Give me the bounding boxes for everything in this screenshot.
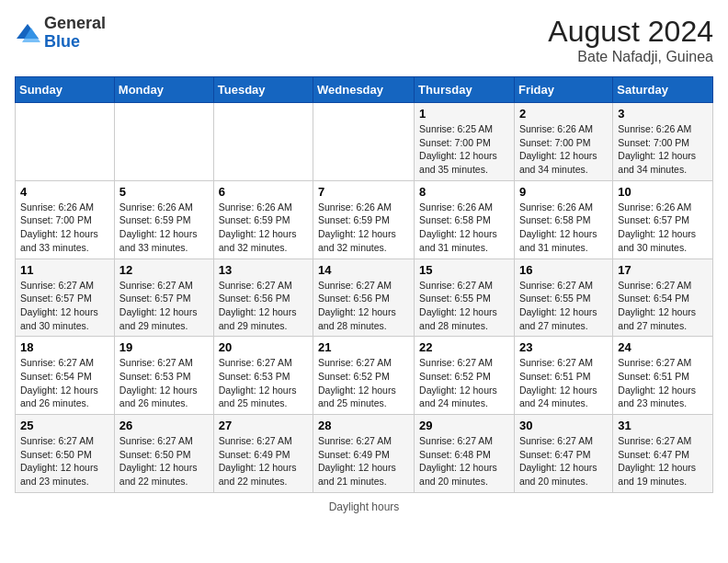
day-header-saturday: Saturday (613, 77, 713, 103)
cell-content: Sunrise: 6:27 AM Sunset: 6:56 PM Dayligh… (318, 280, 396, 331)
calendar-cell: 4Sunrise: 6:26 AM Sunset: 7:00 PM Daylig… (16, 180, 115, 259)
calendar-cell: 28Sunrise: 6:27 AM Sunset: 6:49 PM Dayli… (313, 415, 415, 493)
day-number: 13 (219, 263, 308, 277)
cell-content: Sunrise: 6:26 AM Sunset: 6:59 PM Dayligh… (119, 201, 198, 253)
calendar-cell: 10Sunrise: 6:26 AM Sunset: 6:57 PM Dayli… (613, 180, 713, 259)
title-block: August 2024 Bate Nafadji, Guinea (548, 15, 713, 65)
month-year: August 2024 (548, 15, 713, 49)
calendar-cell: 12Sunrise: 6:27 AM Sunset: 6:57 PM Dayli… (114, 259, 213, 337)
calendar-cell (213, 103, 313, 181)
cell-content: Sunrise: 6:27 AM Sunset: 6:49 PM Dayligh… (219, 435, 297, 487)
cell-content: Sunrise: 6:26 AM Sunset: 7:00 PM Dayligh… (20, 201, 98, 253)
day-number: 5 (119, 185, 209, 199)
day-number: 19 (119, 340, 209, 354)
day-number: 2 (519, 107, 608, 121)
cell-content: Sunrise: 6:25 AM Sunset: 7:00 PM Dayligh… (419, 123, 497, 175)
calendar-cell: 6Sunrise: 6:26 AM Sunset: 6:59 PM Daylig… (213, 180, 313, 259)
day-number: 23 (519, 340, 608, 354)
cell-content: Sunrise: 6:26 AM Sunset: 6:59 PM Dayligh… (318, 201, 396, 253)
day-number: 21 (318, 340, 409, 354)
day-number: 27 (219, 419, 308, 432)
week-row-1: 1Sunrise: 6:25 AM Sunset: 7:00 PM Daylig… (16, 103, 713, 181)
calendar-cell: 2Sunrise: 6:26 AM Sunset: 7:00 PM Daylig… (514, 103, 612, 181)
week-row-5: 25Sunrise: 6:27 AM Sunset: 6:50 PM Dayli… (16, 415, 713, 493)
calendar-cell (114, 103, 213, 181)
calendar-cell: 8Sunrise: 6:26 AM Sunset: 6:58 PM Daylig… (415, 180, 515, 259)
calendar-cell: 5Sunrise: 6:26 AM Sunset: 6:59 PM Daylig… (114, 180, 213, 259)
logo-icon (15, 20, 40, 46)
day-header-thursday: Thursday (415, 77, 515, 103)
cell-content: Sunrise: 6:26 AM Sunset: 6:58 PM Dayligh… (419, 201, 497, 253)
day-number: 16 (519, 263, 608, 277)
day-number: 3 (618, 107, 708, 121)
cell-content: Sunrise: 6:27 AM Sunset: 6:53 PM Dayligh… (219, 357, 297, 408)
cell-content: Sunrise: 6:27 AM Sunset: 6:49 PM Dayligh… (318, 435, 396, 487)
day-number: 31 (618, 419, 708, 432)
calendar-cell: 9Sunrise: 6:26 AM Sunset: 6:58 PM Daylig… (514, 180, 612, 259)
cell-content: Sunrise: 6:27 AM Sunset: 6:55 PM Dayligh… (419, 280, 497, 331)
cell-content: Sunrise: 6:27 AM Sunset: 6:51 PM Dayligh… (618, 357, 696, 408)
day-number: 8 (419, 185, 509, 199)
cell-content: Sunrise: 6:27 AM Sunset: 6:52 PM Dayligh… (419, 357, 497, 408)
cell-content: Sunrise: 6:27 AM Sunset: 6:47 PM Dayligh… (519, 435, 597, 487)
calendar-cell: 24Sunrise: 6:27 AM Sunset: 6:51 PM Dayli… (613, 337, 713, 415)
header-row: SundayMondayTuesdayWednesdayThursdayFrid… (16, 77, 713, 103)
day-number: 15 (419, 263, 509, 277)
calendar-cell: 18Sunrise: 6:27 AM Sunset: 6:54 PM Dayli… (16, 337, 115, 415)
calendar-cell: 17Sunrise: 6:27 AM Sunset: 6:54 PM Dayli… (613, 259, 713, 337)
calendar-cell: 19Sunrise: 6:27 AM Sunset: 6:53 PM Dayli… (114, 337, 213, 415)
calendar-cell: 14Sunrise: 6:27 AM Sunset: 6:56 PM Dayli… (313, 259, 415, 337)
day-number: 6 (219, 185, 308, 199)
cell-content: Sunrise: 6:27 AM Sunset: 6:54 PM Dayligh… (20, 357, 98, 408)
day-number: 12 (119, 263, 209, 277)
cell-content: Sunrise: 6:27 AM Sunset: 6:47 PM Dayligh… (618, 435, 696, 487)
calendar-cell: 26Sunrise: 6:27 AM Sunset: 6:50 PM Dayli… (114, 415, 213, 493)
day-number: 26 (119, 419, 209, 432)
day-number: 25 (20, 419, 109, 432)
footer: Daylight hours (15, 500, 713, 513)
week-row-2: 4Sunrise: 6:26 AM Sunset: 7:00 PM Daylig… (16, 180, 713, 259)
cell-content: Sunrise: 6:27 AM Sunset: 6:48 PM Dayligh… (419, 435, 497, 487)
cell-content: Sunrise: 6:27 AM Sunset: 6:57 PM Dayligh… (20, 280, 98, 331)
location: Bate Nafadji, Guinea (548, 49, 713, 65)
calendar-cell: 23Sunrise: 6:27 AM Sunset: 6:51 PM Dayli… (514, 337, 612, 415)
week-row-3: 11Sunrise: 6:27 AM Sunset: 6:57 PM Dayli… (16, 259, 713, 337)
day-number: 18 (20, 340, 109, 354)
calendar-cell: 15Sunrise: 6:27 AM Sunset: 6:55 PM Dayli… (415, 259, 515, 337)
logo: General Blue (15, 15, 106, 52)
cell-content: Sunrise: 6:27 AM Sunset: 6:54 PM Dayligh… (618, 280, 696, 331)
day-number: 9 (519, 185, 608, 199)
logo-general: General (44, 14, 106, 32)
calendar-cell: 1Sunrise: 6:25 AM Sunset: 7:00 PM Daylig… (415, 103, 515, 181)
cell-content: Sunrise: 6:26 AM Sunset: 6:57 PM Dayligh… (618, 201, 696, 253)
day-header-friday: Friday (514, 77, 612, 103)
calendar-cell: 29Sunrise: 6:27 AM Sunset: 6:48 PM Dayli… (415, 415, 515, 493)
day-number: 22 (419, 340, 509, 354)
day-number: 14 (318, 263, 409, 277)
day-number: 24 (618, 340, 708, 354)
calendar-cell: 11Sunrise: 6:27 AM Sunset: 6:57 PM Dayli… (16, 259, 115, 337)
calendar-cell: 25Sunrise: 6:27 AM Sunset: 6:50 PM Dayli… (16, 415, 115, 493)
day-header-sunday: Sunday (16, 77, 115, 103)
day-header-monday: Monday (114, 77, 213, 103)
cell-content: Sunrise: 6:26 AM Sunset: 6:58 PM Dayligh… (519, 201, 597, 253)
calendar-cell: 20Sunrise: 6:27 AM Sunset: 6:53 PM Dayli… (213, 337, 313, 415)
cell-content: Sunrise: 6:27 AM Sunset: 6:50 PM Dayligh… (119, 435, 198, 487)
cell-content: Sunrise: 6:27 AM Sunset: 6:53 PM Dayligh… (119, 357, 198, 408)
day-number: 11 (20, 263, 109, 277)
cell-content: Sunrise: 6:27 AM Sunset: 6:57 PM Dayligh… (119, 280, 198, 331)
cell-content: Sunrise: 6:27 AM Sunset: 6:55 PM Dayligh… (519, 280, 597, 331)
cell-content: Sunrise: 6:26 AM Sunset: 7:00 PM Dayligh… (618, 123, 696, 175)
day-number: 10 (618, 185, 708, 199)
day-number: 20 (219, 340, 308, 354)
calendar-cell: 3Sunrise: 6:26 AM Sunset: 7:00 PM Daylig… (613, 103, 713, 181)
calendar-cell: 13Sunrise: 6:27 AM Sunset: 6:56 PM Dayli… (213, 259, 313, 337)
daylight-label: Daylight hours (329, 500, 400, 513)
day-number: 4 (20, 185, 109, 199)
calendar-cell: 7Sunrise: 6:26 AM Sunset: 6:59 PM Daylig… (313, 180, 415, 259)
day-number: 7 (318, 185, 409, 199)
cell-content: Sunrise: 6:27 AM Sunset: 6:51 PM Dayligh… (519, 357, 597, 408)
calendar-cell: 22Sunrise: 6:27 AM Sunset: 6:52 PM Dayli… (415, 337, 515, 415)
calendar-cell (313, 103, 415, 181)
day-number: 1 (419, 107, 509, 121)
